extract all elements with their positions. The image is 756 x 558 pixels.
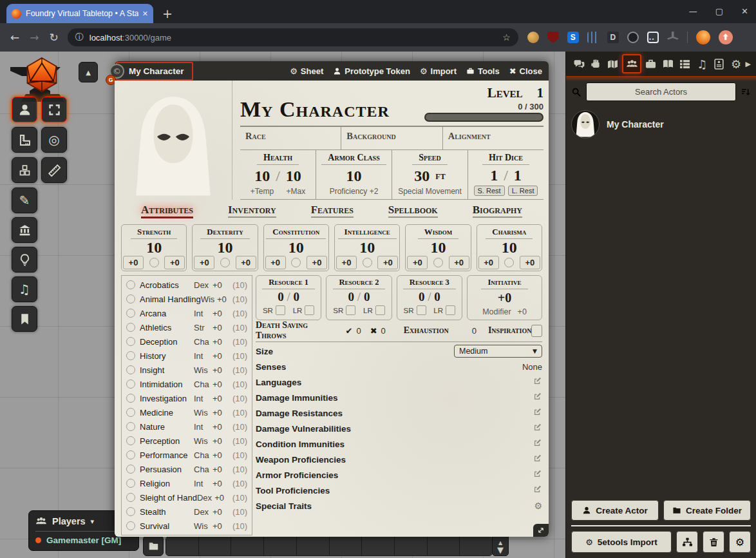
fork-extension-icon[interactable] [667, 32, 679, 43]
ability-block[interactable]: Wisdom 10 +0 +0 [405, 224, 471, 271]
window-close-button[interactable]: ✕ [741, 6, 748, 16]
ability-score[interactable]: 10 [479, 239, 540, 256]
skill-proficiency-radio[interactable] [126, 450, 135, 459]
initiative-block[interactable]: Initiative +0 Modifier+0 [467, 275, 542, 320]
skill-name[interactable]: Intimidation [140, 380, 194, 389]
ability-mod[interactable]: +0 [520, 256, 540, 269]
sidebar-tab-items[interactable] [643, 56, 659, 72]
skill-row[interactable]: Performance Cha +0 (10) [126, 448, 247, 462]
skill-proficiency-radio[interactable] [126, 280, 135, 289]
sr-checkbox[interactable] [417, 305, 426, 315]
box-extension-icon[interactable] [647, 32, 659, 43]
ability-block[interactable]: Charisma 10 +0 +0 [477, 224, 542, 271]
page-down-icon[interactable]: ▼ [497, 546, 504, 554]
d-extension-icon[interactable]: D [607, 32, 619, 43]
tool-tile-controls[interactable] [12, 157, 37, 183]
skill-proficiency-radio[interactable] [126, 479, 135, 488]
hotbar-slot[interactable] [166, 537, 199, 555]
tool-drawing-controls[interactable]: ✎ [12, 188, 37, 213]
skill-row[interactable]: Animal Handling Wis +0 (10) [126, 292, 247, 306]
cookie-extension-icon[interactable] [527, 32, 539, 43]
ability-save[interactable]: +0 [478, 256, 499, 269]
reload-button[interactable]: ↻ [50, 31, 59, 44]
skill-proficiency-radio[interactable] [126, 380, 135, 389]
browser-profile-avatar[interactable] [696, 30, 710, 44]
skill-row[interactable]: Sleight of Hand Dex +0 (10) [126, 490, 247, 505]
sheet-config-button[interactable]: ⚙Sheet [290, 66, 323, 76]
edit-icon[interactable] [533, 376, 542, 388]
skill-proficiency-radio[interactable] [126, 521, 135, 530]
window-minimize-button[interactable]: — [689, 6, 697, 16]
browser-tab[interactable]: Foundry Virtual Tabletop • A Stan ✕ [6, 4, 153, 23]
skill-row[interactable]: Athletics Str +0 (10) [126, 320, 247, 334]
ability-block[interactable]: Strength 10 +0 +0 [121, 224, 187, 271]
bookmark-star-icon[interactable]: ☆ [502, 32, 511, 43]
browser-update-button[interactable] [719, 30, 733, 44]
tool-measure-distance[interactable] [41, 157, 67, 183]
hotbar-slot[interactable] [199, 537, 232, 555]
sidebar-tab-tables[interactable] [677, 56, 693, 72]
ability-mod[interactable]: +0 [164, 256, 185, 269]
resource-label[interactable]: Resource 2 [333, 278, 386, 289]
skill-row[interactable]: Insight Wis +0 (10) [126, 363, 247, 377]
death-success-icon[interactable]: ✔ [346, 326, 353, 336]
sidebar-tab-actors[interactable] [622, 54, 641, 73]
ublock-extension-icon[interactable] [547, 32, 559, 43]
skill-name[interactable]: Sleight of Hand [140, 493, 197, 503]
controls-collapse-button[interactable]: ▲ [79, 62, 98, 82]
resource-value[interactable]: 0 [419, 290, 425, 303]
skill-name[interactable]: Perception [140, 436, 194, 446]
hotbar-slot[interactable] [428, 537, 460, 555]
sidebar-tab-compendium[interactable] [712, 56, 727, 72]
sidebar-tab-journal[interactable] [660, 56, 676, 72]
tool-target-token[interactable]: ◎ [41, 127, 67, 153]
skill-proficiency-radio[interactable] [126, 294, 135, 303]
edit-icon[interactable] [533, 423, 542, 434]
skill-proficiency-radio[interactable] [126, 465, 135, 474]
ability-score[interactable]: 10 [194, 239, 255, 256]
ability-block[interactable]: Intelligence 10 +0 +0 [334, 224, 400, 271]
skill-row[interactable]: Religion Int +0 (10) [126, 476, 247, 490]
skill-proficiency-radio[interactable] [126, 394, 135, 403]
short-rest-button[interactable]: S. Rest [474, 186, 505, 196]
character-portrait[interactable] [115, 81, 232, 200]
resource-max[interactable]: 0 [294, 290, 300, 303]
lr-checkbox[interactable] [305, 305, 314, 315]
ac-value[interactable]: 10 [346, 168, 362, 185]
ability-mod[interactable]: +0 [377, 256, 398, 269]
ability-save[interactable]: +0 [336, 256, 357, 269]
xp-value[interactable]: 0 / 300 [424, 102, 543, 111]
lr-checkbox[interactable] [446, 305, 455, 315]
exhaustion-value[interactable]: 0 [472, 326, 477, 336]
ability-save[interactable]: +0 [407, 256, 428, 269]
sidebar-tab-playlists[interactable]: ♫ [694, 56, 710, 72]
hotbar-slot[interactable] [395, 537, 428, 555]
inspiration-checkbox[interactable] [531, 325, 542, 337]
ability-proficiency-radio[interactable] [291, 258, 301, 267]
sidebar-collapse-button[interactable]: ▶ [746, 60, 751, 68]
skill-proficiency-radio[interactable] [126, 408, 135, 417]
ability-proficiency-radio[interactable] [363, 258, 372, 267]
ability-proficiency-radio[interactable] [220, 258, 230, 267]
skill-row[interactable]: Investigation Int +0 (10) [126, 391, 247, 405]
skill-name[interactable]: Nature [140, 422, 194, 432]
skill-name[interactable]: Religion [140, 479, 194, 488]
sidebar-tab-chat[interactable] [571, 56, 587, 72]
skill-proficiency-radio[interactable] [126, 351, 135, 360]
death-failure-icon[interactable]: ✖ [370, 326, 377, 336]
edit-icon[interactable] [533, 392, 542, 403]
skill-name[interactable]: Survival [140, 521, 194, 531]
resource-block[interactable]: Resource 1 0 / 0 SR LR [256, 275, 321, 320]
skill-name[interactable]: Deception [140, 337, 194, 347]
sort-icon[interactable] [741, 87, 751, 97]
ability-score[interactable]: 10 [124, 239, 184, 256]
new-tab-button[interactable]: + [162, 5, 173, 22]
death-failure-count[interactable]: 0 [381, 326, 386, 336]
hotbar-slot[interactable] [460, 537, 492, 555]
skill-proficiency-radio[interactable] [126, 337, 135, 346]
resource-max[interactable]: 0 [434, 290, 440, 303]
window-resize-handle[interactable] [533, 524, 549, 537]
skill-row[interactable]: Stealth Dex +0 (10) [126, 505, 247, 519]
hp-max[interactable]: 10 [286, 168, 301, 185]
prototype-token-button[interactable]: Prototype Token [333, 66, 410, 76]
